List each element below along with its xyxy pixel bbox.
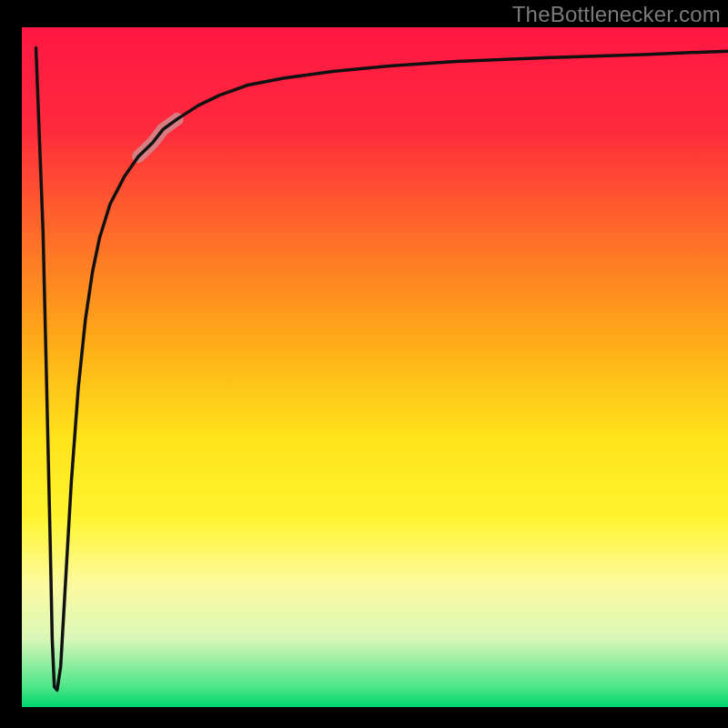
chart-stage: TheBottlenecker.com <box>0 0 728 728</box>
frame-bottom <box>0 707 728 728</box>
frame-left <box>0 26 22 728</box>
attribution-label: TheBottlenecker.com <box>512 2 721 27</box>
bottleneck-chart <box>0 0 728 728</box>
plot-gradient-fill <box>22 27 728 707</box>
